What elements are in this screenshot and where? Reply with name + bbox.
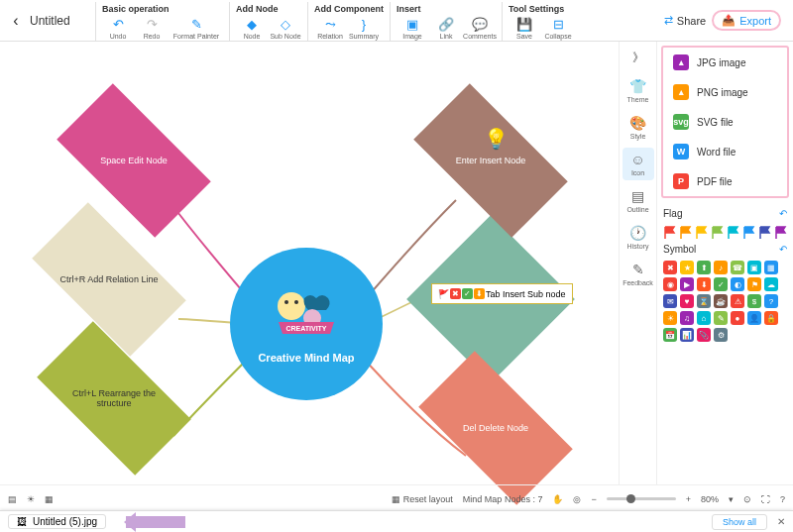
- toolbar-sub-node[interactable]: ◇Sub Node: [270, 16, 301, 41]
- symbol-option[interactable]: ♥: [680, 294, 694, 308]
- export-pdf-file[interactable]: PPDF file: [663, 166, 787, 196]
- symbol-option[interactable]: ✎: [714, 311, 728, 325]
- export-svg-file[interactable]: svgSVG file: [663, 107, 787, 137]
- symbol-option[interactable]: ⚠: [731, 294, 744, 308]
- symbol-option[interactable]: ?: [764, 294, 778, 308]
- image-file-icon: 🖼: [17, 516, 27, 527]
- flag-option[interactable]: [774, 225, 787, 238]
- undo-icon[interactable]: ↶: [779, 244, 787, 255]
- symbol-option[interactable]: ⚙: [714, 328, 728, 342]
- mindmap-node[interactable]: Ctrl+L Rearrange the structure: [45, 359, 183, 438]
- symbol-option[interactable]: 📅: [663, 328, 677, 342]
- nav-history[interactable]: 🕐History: [623, 221, 654, 254]
- zoom-in-button[interactable]: +: [686, 494, 691, 504]
- flag-option[interactable]: [758, 225, 771, 238]
- symbol-option[interactable]: ⌛: [697, 294, 711, 308]
- flag-option[interactable]: [663, 225, 676, 238]
- symbol-option[interactable]: ⚑: [747, 277, 761, 291]
- toolbar-node[interactable]: ◆Node: [236, 16, 268, 41]
- back-button[interactable]: ‹: [6, 2, 26, 40]
- symbol-option[interactable]: ★: [680, 261, 694, 274]
- flag-option[interactable]: [695, 225, 708, 238]
- help-icon[interactable]: ?: [780, 494, 785, 504]
- flag-option[interactable]: [679, 225, 692, 238]
- symbol-option[interactable]: ⬇: [697, 277, 711, 291]
- chevron-down-icon[interactable]: ▾: [729, 494, 734, 504]
- side-nav: 》👕Theme🎨Style☺Icon▤Outline🕐History✎Feedb…: [620, 42, 657, 484]
- toolbar-summary[interactable]: }Summary: [348, 16, 380, 41]
- grid-icon[interactable]: ▦: [45, 494, 54, 504]
- undo-icon[interactable]: ↶: [779, 208, 787, 219]
- export-button[interactable]: 📤Export: [712, 10, 781, 31]
- symbol-option[interactable]: ⬆: [697, 261, 711, 274]
- mindmap-node[interactable]: Del Delete Node: [426, 388, 565, 468]
- symbol-option[interactable]: ♫: [680, 311, 694, 325]
- flag-option[interactable]: [742, 225, 755, 238]
- center-node[interactable]: CREATIVITY Creative Mind Map: [230, 248, 383, 400]
- mindmap-canvas[interactable]: Space Edit NodeCtrl+R Add Relation LineC…: [0, 42, 619, 484]
- hand-icon[interactable]: ✋: [552, 494, 563, 504]
- symbol-option[interactable]: 📎: [697, 328, 711, 342]
- reset-layout-button[interactable]: ▦ Reset layout: [392, 494, 453, 504]
- symbol-option[interactable]: ✓: [714, 277, 728, 291]
- target-icon[interactable]: ◎: [573, 494, 581, 504]
- flag-option[interactable]: [711, 225, 724, 238]
- symbol-option[interactable]: ●: [731, 311, 744, 325]
- document-title[interactable]: Untitled: [26, 2, 95, 28]
- flag-option[interactable]: [727, 225, 739, 238]
- mindmap-node[interactable]: Ctrl+R Add Relation Line: [40, 240, 178, 319]
- nav-theme[interactable]: 👕Theme: [623, 74, 654, 107]
- share-button[interactable]: ⇄Share: [664, 14, 706, 27]
- toolbar-save[interactable]: 💾Save: [509, 16, 540, 41]
- symbol-option[interactable]: ▣: [747, 261, 761, 274]
- status-bar: ▤ ☀ ▦ ▦ Reset layout Mind Map Nodes : 7 …: [0, 484, 793, 512]
- toolbar-format-painter[interactable]: ✎Format Painter: [170, 16, 223, 41]
- symbol-option[interactable]: 👤: [747, 311, 761, 325]
- toolbar-link[interactable]: 🔗Link: [430, 16, 462, 41]
- symbol-option[interactable]: $: [747, 294, 761, 308]
- show-all-button[interactable]: Show all: [712, 514, 767, 530]
- symbol-option[interactable]: ◉: [663, 277, 677, 291]
- symbol-option[interactable]: ⌂: [697, 311, 711, 325]
- symbol-option[interactable]: ▶: [680, 277, 694, 291]
- toolbar-redo[interactable]: ↷Redo: [136, 16, 168, 41]
- toolbar-image[interactable]: ▣Image: [396, 16, 428, 41]
- layers-icon[interactable]: ▤: [8, 494, 17, 504]
- symbol-option[interactable]: 📊: [680, 328, 694, 342]
- export-word-file[interactable]: WWord file: [663, 137, 787, 166]
- focus-icon[interactable]: ⊙: [743, 494, 751, 504]
- toolbar-relation[interactable]: ⤳Relation: [314, 16, 346, 41]
- zoom-slider[interactable]: [607, 497, 676, 500]
- nav-feedback[interactable]: ✎Feedback: [623, 258, 654, 290]
- toolbar-undo[interactable]: ↶Undo: [102, 16, 134, 41]
- symbol-grid: ✖★⬆♪☎▣▦◉▶⬇✓◐⚑☁✉♥⌛☕⚠$?☀♫⌂✎●👤🔒📅📊📎⚙: [661, 259, 789, 344]
- symbol-option[interactable]: ☎: [731, 261, 744, 274]
- mindmap-node[interactable]: Enter Insert Node: [421, 121, 560, 200]
- toolbar-comments[interactable]: 💬Comments: [464, 16, 496, 41]
- fullscreen-icon[interactable]: ⛶: [761, 494, 770, 504]
- symbol-option[interactable]: ♪: [714, 261, 728, 274]
- download-item[interactable]: 🖼 Untitled (5).jpg: [8, 514, 106, 529]
- export-png-image[interactable]: ▴PNG image: [663, 77, 787, 107]
- symbol-option[interactable]: 🔒: [764, 311, 778, 325]
- symbol-option[interactable]: ✉: [663, 294, 677, 308]
- close-icon[interactable]: ✕: [777, 516, 785, 527]
- sub-node[interactable]: 🚩 ✖ ✓ ⬇ Tab Insert Sub node: [431, 283, 573, 304]
- symbol-option[interactable]: ✖: [663, 261, 677, 274]
- symbol-option[interactable]: ☕: [714, 294, 728, 308]
- toolbar: ‹ Untitled Basic operation↶Undo↷Redo✎For…: [0, 0, 793, 42]
- sun-icon[interactable]: ☀: [27, 494, 35, 504]
- nav-style[interactable]: 🎨Style: [623, 111, 654, 144]
- mindmap-node[interactable]: Space Edit Node: [64, 121, 203, 200]
- side-panel: ▴JPG image▴PNG imagesvgSVG fileWWord fil…: [657, 42, 793, 484]
- toolbar-collapse[interactable]: ⊟Collapse: [542, 16, 574, 41]
- symbol-option[interactable]: ☁: [764, 277, 778, 291]
- symbol-option[interactable]: ◐: [731, 277, 744, 291]
- collapse-sidebar-button[interactable]: 》: [628, 46, 648, 70]
- nav-outline[interactable]: ▤Outline: [623, 184, 654, 217]
- nav-icon[interactable]: ☺Icon: [623, 148, 654, 180]
- export-jpg-image[interactable]: ▴JPG image: [663, 48, 787, 77]
- symbol-option[interactable]: ▦: [764, 261, 778, 274]
- symbol-option[interactable]: ☀: [663, 311, 677, 325]
- zoom-out-button[interactable]: −: [591, 494, 596, 504]
